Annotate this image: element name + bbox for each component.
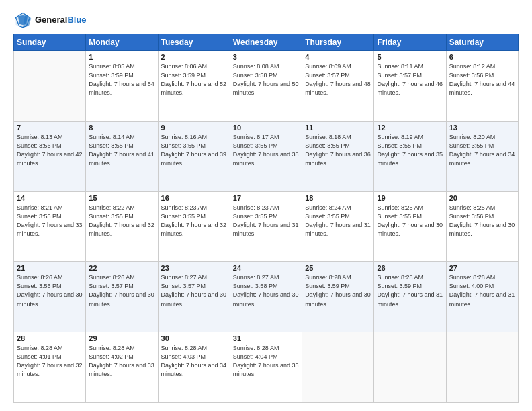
calendar-cell: 6Sunrise: 8:12 AM Sunset: 3:56 PM Daylig… xyxy=(446,51,518,122)
calendar-dow-thursday: Thursday xyxy=(302,34,374,51)
day-number: 22 xyxy=(89,264,154,272)
calendar-cell: 24Sunrise: 8:27 AM Sunset: 3:58 PM Dayli… xyxy=(230,262,302,332)
day-number: 19 xyxy=(377,194,443,202)
calendar-week-row: 14Sunrise: 8:21 AM Sunset: 3:55 PM Dayli… xyxy=(14,191,519,262)
calendar-cell: 12Sunrise: 8:19 AM Sunset: 3:55 PM Dayli… xyxy=(374,121,446,191)
day-info: Sunrise: 8:23 AM Sunset: 3:55 PM Dayligh… xyxy=(161,203,227,238)
logo-text: GeneralBlue xyxy=(35,15,87,26)
calendar-header-row: SundayMondayTuesdayWednesdayThursdayFrid… xyxy=(14,34,519,51)
day-info: Sunrise: 8:06 AM Sunset: 3:59 PM Dayligh… xyxy=(161,62,227,97)
day-info: Sunrise: 8:14 AM Sunset: 3:55 PM Dayligh… xyxy=(89,133,154,168)
day-info: Sunrise: 8:28 AM Sunset: 4:01 PM Dayligh… xyxy=(17,344,83,379)
calendar-dow-wednesday: Wednesday xyxy=(230,34,302,51)
day-info: Sunrise: 8:25 AM Sunset: 3:55 PM Dayligh… xyxy=(377,203,443,238)
day-number: 23 xyxy=(161,264,227,272)
calendar-cell: 1Sunrise: 8:05 AM Sunset: 3:59 PM Daylig… xyxy=(86,51,158,122)
calendar-cell: 5Sunrise: 8:11 AM Sunset: 3:57 PM Daylig… xyxy=(374,51,446,122)
calendar-cell: 22Sunrise: 8:26 AM Sunset: 3:57 PM Dayli… xyxy=(86,262,158,332)
calendar-cell xyxy=(374,332,446,403)
calendar-cell: 20Sunrise: 8:25 AM Sunset: 3:56 PM Dayli… xyxy=(446,191,518,262)
day-number: 11 xyxy=(305,124,371,132)
day-number: 9 xyxy=(161,124,227,132)
calendar-cell xyxy=(302,332,374,403)
day-number: 21 xyxy=(17,264,83,272)
day-number: 27 xyxy=(449,264,515,272)
day-number: 13 xyxy=(449,124,515,132)
day-info: Sunrise: 8:28 AM Sunset: 3:59 PM Dayligh… xyxy=(377,273,443,308)
day-number: 24 xyxy=(233,264,299,272)
day-number: 5 xyxy=(377,53,443,61)
logo-icon xyxy=(13,11,32,30)
day-number: 29 xyxy=(89,334,154,342)
day-info: Sunrise: 8:28 AM Sunset: 4:03 PM Dayligh… xyxy=(161,344,227,379)
calendar-cell: 26Sunrise: 8:28 AM Sunset: 3:59 PM Dayli… xyxy=(374,262,446,332)
day-number: 2 xyxy=(161,53,227,61)
calendar-week-row: 7Sunrise: 8:13 AM Sunset: 3:56 PM Daylig… xyxy=(14,121,519,191)
day-number: 16 xyxy=(161,194,227,202)
day-number: 6 xyxy=(449,53,515,61)
day-info: Sunrise: 8:12 AM Sunset: 3:56 PM Dayligh… xyxy=(449,62,515,97)
logo-line2: Blue xyxy=(67,15,86,25)
page: GeneralBlue SundayMondayTuesdayWednesday… xyxy=(0,0,532,411)
calendar-week-row: 1Sunrise: 8:05 AM Sunset: 3:59 PM Daylig… xyxy=(14,51,519,122)
day-number: 15 xyxy=(89,194,154,202)
calendar-cell: 30Sunrise: 8:28 AM Sunset: 4:03 PM Dayli… xyxy=(158,332,230,403)
day-number: 4 xyxy=(305,53,371,61)
day-info: Sunrise: 8:27 AM Sunset: 3:57 PM Dayligh… xyxy=(161,273,227,308)
calendar-week-row: 28Sunrise: 8:28 AM Sunset: 4:01 PM Dayli… xyxy=(14,332,519,403)
day-number: 25 xyxy=(305,264,371,272)
calendar-cell: 29Sunrise: 8:28 AM Sunset: 4:02 PM Dayli… xyxy=(86,332,158,403)
day-info: Sunrise: 8:28 AM Sunset: 4:00 PM Dayligh… xyxy=(449,273,515,308)
header: GeneralBlue xyxy=(13,11,519,30)
calendar-dow-sunday: Sunday xyxy=(14,34,86,51)
day-info: Sunrise: 8:20 AM Sunset: 3:55 PM Dayligh… xyxy=(449,133,515,168)
day-number: 8 xyxy=(89,124,154,132)
calendar-cell: 19Sunrise: 8:25 AM Sunset: 3:55 PM Dayli… xyxy=(374,191,446,262)
calendar-dow-monday: Monday xyxy=(86,34,158,51)
day-info: Sunrise: 8:28 AM Sunset: 3:59 PM Dayligh… xyxy=(305,273,371,308)
day-info: Sunrise: 8:28 AM Sunset: 4:04 PM Dayligh… xyxy=(233,344,299,379)
calendar-cell: 8Sunrise: 8:14 AM Sunset: 3:55 PM Daylig… xyxy=(86,121,158,191)
calendar-cell: 31Sunrise: 8:28 AM Sunset: 4:04 PM Dayli… xyxy=(230,332,302,403)
calendar-cell: 7Sunrise: 8:13 AM Sunset: 3:56 PM Daylig… xyxy=(14,121,86,191)
calendar-cell: 13Sunrise: 8:20 AM Sunset: 3:55 PM Dayli… xyxy=(446,121,518,191)
day-number: 18 xyxy=(305,194,371,202)
day-info: Sunrise: 8:24 AM Sunset: 3:55 PM Dayligh… xyxy=(305,203,371,238)
day-number: 7 xyxy=(17,124,83,132)
calendar-cell: 18Sunrise: 8:24 AM Sunset: 3:55 PM Dayli… xyxy=(302,191,374,262)
calendar-cell: 4Sunrise: 8:09 AM Sunset: 3:57 PM Daylig… xyxy=(302,51,374,122)
calendar-cell xyxy=(446,332,518,403)
calendar-cell: 21Sunrise: 8:26 AM Sunset: 3:56 PM Dayli… xyxy=(14,262,86,332)
day-info: Sunrise: 8:18 AM Sunset: 3:55 PM Dayligh… xyxy=(305,133,371,168)
day-info: Sunrise: 8:13 AM Sunset: 3:56 PM Dayligh… xyxy=(17,133,83,168)
logo: GeneralBlue xyxy=(13,11,87,30)
day-info: Sunrise: 8:08 AM Sunset: 3:58 PM Dayligh… xyxy=(233,62,299,97)
day-number: 31 xyxy=(233,334,299,342)
day-info: Sunrise: 8:11 AM Sunset: 3:57 PM Dayligh… xyxy=(377,62,443,97)
day-info: Sunrise: 8:23 AM Sunset: 3:55 PM Dayligh… xyxy=(233,203,299,238)
day-info: Sunrise: 8:27 AM Sunset: 3:58 PM Dayligh… xyxy=(233,273,299,308)
calendar-cell: 27Sunrise: 8:28 AM Sunset: 4:00 PM Dayli… xyxy=(446,262,518,332)
day-number: 17 xyxy=(233,194,299,202)
calendar-table: SundayMondayTuesdayWednesdayThursdayFrid… xyxy=(13,34,519,403)
calendar-cell: 16Sunrise: 8:23 AM Sunset: 3:55 PM Dayli… xyxy=(158,191,230,262)
calendar-dow-saturday: Saturday xyxy=(446,34,518,51)
day-info: Sunrise: 8:19 AM Sunset: 3:55 PM Dayligh… xyxy=(377,133,443,168)
day-number: 14 xyxy=(17,194,83,202)
day-number: 28 xyxy=(17,334,83,342)
calendar-cell: 11Sunrise: 8:18 AM Sunset: 3:55 PM Dayli… xyxy=(302,121,374,191)
day-info: Sunrise: 8:26 AM Sunset: 3:56 PM Dayligh… xyxy=(17,273,83,308)
day-info: Sunrise: 8:09 AM Sunset: 3:57 PM Dayligh… xyxy=(305,62,371,97)
day-number: 26 xyxy=(377,264,443,272)
calendar-cell: 2Sunrise: 8:06 AM Sunset: 3:59 PM Daylig… xyxy=(158,51,230,122)
day-number: 12 xyxy=(377,124,443,132)
calendar-cell xyxy=(14,51,86,122)
day-info: Sunrise: 8:22 AM Sunset: 3:55 PM Dayligh… xyxy=(89,203,154,238)
calendar-dow-tuesday: Tuesday xyxy=(158,34,230,51)
day-info: Sunrise: 8:05 AM Sunset: 3:59 PM Dayligh… xyxy=(89,62,154,97)
day-number: 3 xyxy=(233,53,299,61)
calendar-cell: 28Sunrise: 8:28 AM Sunset: 4:01 PM Dayli… xyxy=(14,332,86,403)
day-number: 20 xyxy=(449,194,515,202)
calendar-cell: 23Sunrise: 8:27 AM Sunset: 3:57 PM Dayli… xyxy=(158,262,230,332)
calendar-cell: 10Sunrise: 8:17 AM Sunset: 3:55 PM Dayli… xyxy=(230,121,302,191)
